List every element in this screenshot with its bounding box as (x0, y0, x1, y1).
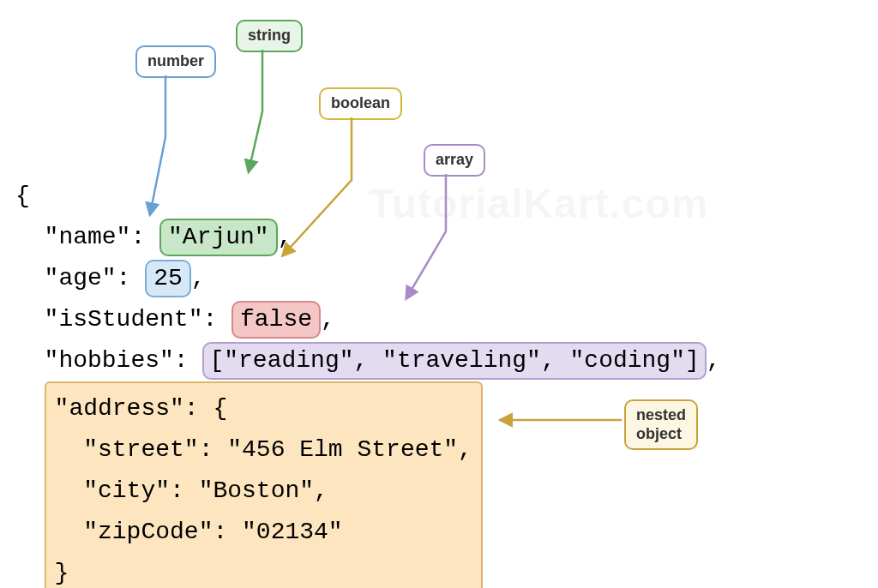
isstudent-value-highlight: false (232, 301, 321, 339)
name-value-highlight: "Arjun" (159, 219, 278, 256)
label-string: string (236, 20, 303, 52)
comma: , (707, 347, 721, 374)
label-number: number (135, 45, 216, 78)
label-boolean: boolean (319, 87, 402, 120)
comma: , (321, 306, 335, 333)
age-key: "age": (45, 265, 146, 291)
hobbies-key: "hobbies": (45, 347, 203, 374)
age-value-highlight: 25 (145, 260, 191, 297)
hobbies-value-highlight: ["reading", "traveling", "coding"] (202, 342, 706, 380)
address-block-highlight: "address": { "street": "456 Elm Street",… (45, 381, 483, 588)
comma: , (278, 224, 292, 250)
isstudent-key: "isStudent": (45, 306, 232, 333)
json-code-block: { "name": "Arjun", "age": 25, "isStudent… (15, 135, 721, 588)
comma: , (191, 265, 206, 291)
open-brace: { (15, 183, 30, 209)
name-key: "name": (45, 224, 159, 250)
